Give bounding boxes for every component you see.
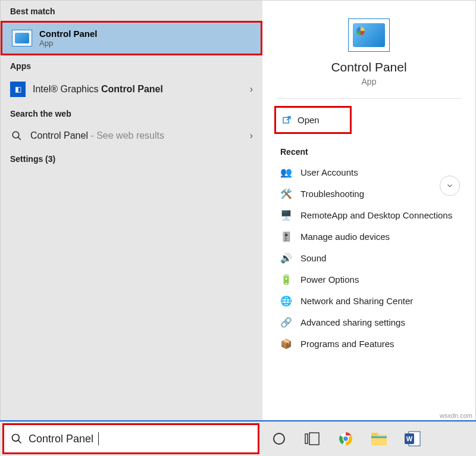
apps-result-bold: Control Panel [101,84,163,94]
apps-result-prefix: Intel® Graphics [33,84,101,94]
best-match-label: Best match [1,1,262,21]
recent-item-sharing[interactable]: 🔗Advanced sharing settings [280,311,468,333]
recent-item-label: Troubleshooting [300,189,364,199]
taskbar-search[interactable]: Control Panel [2,423,259,454]
recent-item-label: User Accounts [300,167,358,177]
file-explorer-icon[interactable] [368,427,390,450]
programs-icon: 📦 [280,338,292,349]
best-match-title: Control Panel [39,29,98,39]
recent-item-label: RemoteApp and Desktop Connections [300,210,452,220]
troubleshooting-icon: 🛠️ [280,188,292,199]
recent-item-label: Power Options [300,274,359,285]
preview-subtitle: App [277,77,461,86]
recent-item-network[interactable]: 🌐Network and Sharing Center [280,290,468,311]
recent-item-remoteapp[interactable]: 🖥️RemoteApp and Desktop Connections [280,204,468,226]
intel-graphics-icon: ◧ [10,82,26,97]
recent-item-sound[interactable]: 🔊Sound [280,247,468,268]
open-action[interactable]: Open [274,106,352,134]
search-flyout: Best match Control Panel App Apps ◧ Inte… [0,0,476,420]
recent-label: Recent [262,136,475,161]
web-result-text: Control Panel - See web results [30,130,164,141]
expand-button[interactable] [440,176,460,196]
svg-text:W: W [406,435,413,442]
sound-icon: 🔊 [280,252,292,264]
svg-rect-7 [305,434,308,443]
svg-point-4 [12,435,20,442]
taskbar: Control Panel W [0,420,476,456]
chevron-right-icon[interactable]: › [250,84,253,95]
svg-line-1 [18,137,21,140]
best-match-subtitle: App [39,39,98,48]
task-view-icon[interactable] [301,427,324,450]
best-match-result[interactable]: Control Panel App [1,21,262,55]
svg-point-0 [12,132,19,138]
open-icon [282,115,292,125]
apps-label: Apps [1,55,262,76]
power-icon: 🔋 [280,273,292,285]
network-icon: 🌐 [280,295,292,307]
svg-rect-14 [371,436,387,438]
sharing-icon: 🔗 [280,316,292,328]
user-accounts-icon: 👥 [280,166,292,178]
results-panel: Best match Control Panel App Apps ◧ Inte… [1,1,262,420]
preview-hero: Control Panel App [277,1,461,99]
control-panel-icon [348,18,390,52]
control-panel-icon [12,30,32,46]
remoteapp-icon: 🖥️ [280,209,292,221]
web-label: Search the web [1,103,262,123]
word-icon[interactable]: W [401,427,424,450]
svg-rect-2 [283,117,289,123]
chrome-icon[interactable] [334,427,357,450]
search-icon [11,433,23,445]
search-icon [10,129,23,142]
recent-item-power[interactable]: 🔋Power Options [280,268,468,290]
audio-icon: 🎚️ [280,230,292,242]
watermark: wsxdn.com [440,412,472,419]
svg-rect-8 [309,433,319,445]
recent-item-label: Advanced sharing settings [300,317,405,327]
text-cursor [98,432,99,445]
web-result-term: Control Panel [30,130,88,140]
chevron-right-icon[interactable]: › [250,130,253,141]
web-result-suffix: - See web results [88,130,164,140]
settings-label[interactable]: Settings (3) [1,148,262,168]
cortana-icon[interactable] [268,427,290,450]
recent-item-label: Manage audio devices [300,232,390,242]
svg-rect-13 [371,433,378,436]
apps-result[interactable]: ◧ Intel® Graphics Control Panel › [1,76,262,103]
recent-item-label: Network and Sharing Center [300,296,413,306]
recent-item-label: Programs and Features [300,339,394,349]
recent-item-audio[interactable]: 🎚️Manage audio devices [280,226,468,247]
preview-title: Control Panel [277,60,461,74]
open-label: Open [298,115,320,125]
svg-point-11 [343,436,348,441]
best-match-text: Control Panel App [39,29,98,48]
recent-item-label: Sound [300,253,326,263]
recent-item-user-accounts[interactable]: 👥User Accounts [280,161,468,183]
search-input[interactable]: Control Panel [29,433,93,445]
taskbar-icons: W [259,427,424,450]
svg-point-6 [274,433,284,444]
preview-panel: Control Panel App Open Recent 👥User Acco… [262,1,475,420]
web-result[interactable]: Control Panel - See web results › [1,123,262,148]
apps-result-text: Intel® Graphics Control Panel [33,84,163,95]
recent-item-programs[interactable]: 📦Programs and Features [280,333,468,354]
svg-line-5 [18,441,21,443]
